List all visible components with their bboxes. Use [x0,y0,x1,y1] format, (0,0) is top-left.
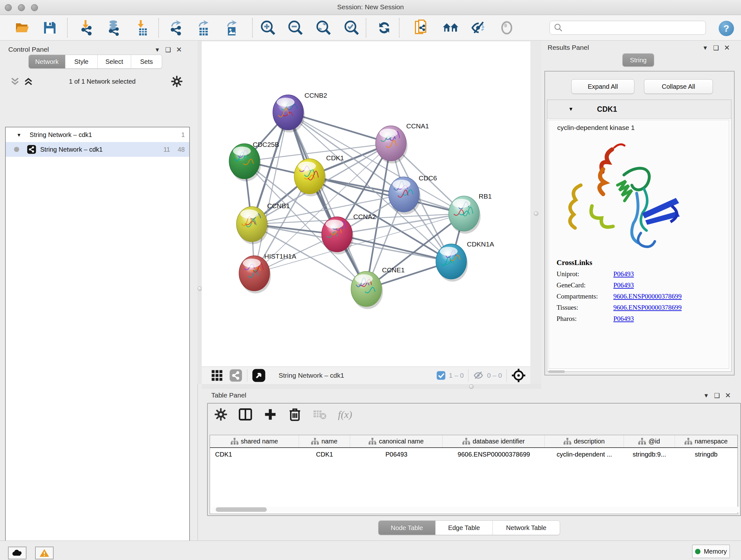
network-row[interactable]: String Network – cdk1 11 48 [6,142,189,157]
network-edge[interactable] [337,234,451,261]
float-panel-icon[interactable]: ❑ [713,44,719,52]
grid-view-icon[interactable] [211,369,223,382]
collapse-all-button[interactable]: Collapse All [644,79,713,94]
table-cell[interactable]: stringdb [675,448,738,461]
show-graphics-details-button[interactable] [498,19,516,36]
crosslink-link[interactable]: 9606.ENSP00000378699 [613,304,682,312]
expand-all-networks-icon[interactable] [10,77,20,86]
tab-select[interactable]: Select [98,55,131,68]
crosslink-row: Compartments:9606.ENSP00000378699 [556,293,729,300]
collection-expander-icon[interactable]: ▼ [17,132,21,138]
table-cell[interactable]: CDK1 [299,448,350,461]
close-panel-icon[interactable]: ✕ [725,391,731,400]
network-node-CCNA1[interactable]: CCNA1 [376,122,429,164]
import-network-button[interactable] [77,19,95,36]
create-column-plus-icon[interactable] [263,408,277,422]
tab-style[interactable]: Style [65,55,98,68]
network-share-view-icon[interactable] [229,369,243,382]
network-node-CDKN1A[interactable]: CDKN1A [436,240,494,282]
node-section-header[interactable]: ▼ CDK1 [547,100,731,119]
crosslink-link[interactable]: P06493 [613,315,634,323]
hide-selected-button[interactable] [470,19,488,36]
float-panel-icon[interactable]: ❑ [165,46,171,54]
table-hscroll-thumb[interactable] [216,507,267,512]
section-expander-icon[interactable]: ▼ [568,106,574,112]
left-splitter[interactable] [198,41,202,384]
collapse-panel-icon[interactable]: ▼ [702,45,708,51]
network-options-gear-icon[interactable] [171,75,183,87]
zoom-out-button[interactable] [286,19,305,36]
import-table-button[interactable] [133,19,151,36]
search-input[interactable] [549,21,706,35]
table-cell[interactable]: stringdb:9... [624,448,675,461]
tab-network-table[interactable]: Network Table [493,521,560,535]
tab-string[interactable]: String [623,54,654,66]
close-panel-icon[interactable]: ✕ [176,46,182,54]
network-canvas[interactable]: CCNB2CCNA1CDC25BCDK1CDC6RB1CCNB1CCNA2CDK… [202,42,530,367]
apply-preferred-layout-button[interactable] [375,19,393,36]
network-node-HIST1H1A[interactable]: HIST1H1A [239,253,296,294]
column-header-name[interactable]: name [299,435,350,447]
column-header-canonical-name[interactable]: canonical name [350,435,443,447]
results-hscroll-thumb[interactable] [548,370,565,373]
table-cell[interactable]: CDK1 [210,448,299,461]
zoom-in-button[interactable] [259,19,277,36]
new-network-from-selection-button[interactable] [412,19,430,36]
tab-sets[interactable]: Sets [131,55,162,68]
selected-checkbox-icon[interactable] [436,371,446,380]
expand-all-button[interactable]: Expand All [571,79,634,94]
column-header-description[interactable]: description [545,435,623,447]
toolbar-separator [67,18,68,37]
crosslink-link[interactable]: P06493 [613,281,634,289]
network-node-CCNB1[interactable]: CCNB1 [237,202,290,244]
results-panel-tabs: String [622,53,654,67]
column-header-namespace[interactable]: namespace [675,435,738,447]
export-image-button[interactable] [222,19,240,36]
fit-content-crosshair-icon[interactable] [511,368,526,383]
crosslink-link[interactable]: P06493 [613,270,634,278]
collapse-all-networks-icon[interactable] [23,77,34,86]
table-cell[interactable]: 9606.ENSP00000378699 [443,448,545,461]
close-panel-icon[interactable]: ✕ [724,44,730,52]
cloud-status-button[interactable] [8,547,26,559]
tab-network[interactable]: Network [29,55,65,68]
column-header-database-identifier[interactable]: database identifier [443,435,545,447]
table-cell[interactable]: P06493 [350,448,443,461]
open-session-button[interactable] [13,19,31,36]
network-graph[interactable]: CCNB2CCNA1CDC25BCDK1CDC6RB1CCNB1CCNA2CDK… [202,42,530,367]
save-session-button[interactable] [41,19,59,36]
zoom-selected-button[interactable] [343,19,360,36]
export-network-button[interactable] [167,19,185,36]
crosslink-link[interactable]: 9606.ENSP00000378699 [613,293,682,300]
network-edge[interactable] [254,112,288,273]
right-splitter[interactable] [530,41,541,384]
warnings-button[interactable] [35,547,54,559]
help-button[interactable]: ? [719,21,734,36]
float-panel-icon[interactable]: ❑ [714,392,720,399]
function-builder-icon[interactable]: f(x) [338,409,352,421]
table-horizontal-scrollbar[interactable] [212,507,739,512]
table-settings-gear-icon[interactable] [214,408,227,421]
memory-button[interactable]: Memory [692,545,730,558]
first-neighbors-button[interactable] [442,19,460,36]
table-cell[interactable]: cyclin-dependent ... [545,448,623,461]
tab-node-table[interactable]: Node Table [379,521,435,535]
export-table-button[interactable] [194,19,212,36]
network-collection-row[interactable]: ▼ String Network – cdk1 1 [6,127,189,142]
network-node-CDC6[interactable]: CDC6 [389,174,437,214]
tab-edge-table[interactable]: Edge Table [435,521,493,535]
network-edge[interactable] [288,112,366,289]
birds-eye-view-icon[interactable] [252,368,266,382]
table-row[interactable]: CDK1CDK1P064939606.ENSP00000378699cyclin… [210,448,738,461]
delete-table-icon[interactable] [313,408,327,421]
show-columns-icon[interactable] [239,408,253,422]
collapse-panel-icon[interactable]: ▼ [154,47,160,53]
zoom-fit-button[interactable] [315,19,333,36]
delete-column-trash-icon[interactable] [288,408,301,422]
column-header-shared-name[interactable]: shared name [210,435,299,447]
network-node-CCNB2[interactable]: CCNB2 [273,91,327,132]
collapse-panel-icon[interactable]: ▼ [703,392,709,399]
column-header--id[interactable]: @id [624,435,675,447]
network-node-RB1[interactable]: RB1 [449,192,492,234]
import-network-from-database-button[interactable] [105,19,122,36]
